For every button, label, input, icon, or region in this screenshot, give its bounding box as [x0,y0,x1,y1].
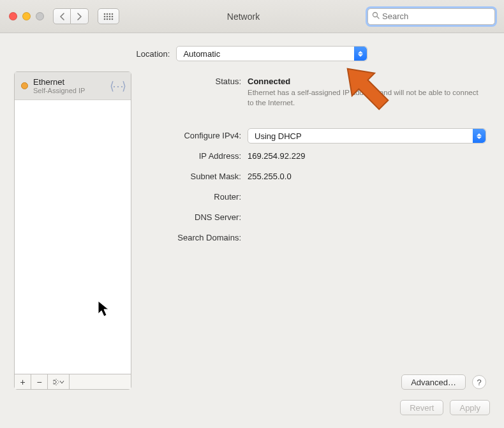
location-value: Automatic [183,49,220,59]
svg-point-13 [104,18,106,20]
router-label: Router: [145,189,241,202]
svg-line-18 [377,17,379,18]
status-dot-icon [21,82,28,89]
status-label: Status: [145,74,241,86]
location-select[interactable]: Automatic [176,46,367,61]
domains-value [248,230,486,233]
content: Location: Automatic Ethernet Self-Assign… [0,33,504,428]
svg-point-14 [107,18,108,20]
configure-row: Configure IPv4: Using DHCP [145,128,486,145]
ethernet-icon: ⟨⋯⟩ [110,79,124,93]
back-button[interactable] [53,8,71,24]
service-actions-button[interactable] [48,374,70,389]
traffic-lights [9,12,44,20]
configure-label: Configure IPv4: [145,128,241,140]
svg-point-16 [112,18,114,20]
svg-line-24 [57,383,58,384]
sidebar-toolbar-spacer [70,374,131,389]
dns-row: DNS Server: [145,210,486,226]
service-item-text: Ethernet Self-Assigned IP [33,77,105,94]
search-field[interactable] [367,8,495,25]
ip-row: IP Address: 169.254.92.229 [145,149,486,165]
search-input[interactable] [382,11,491,21]
add-service-button[interactable]: + [15,374,31,389]
status-row: Status: Connected Ethernet has a self-as… [145,74,486,108]
chevron-updown-icon [473,129,485,143]
configure-value: Using DHCP [255,131,302,141]
nav-buttons [53,8,89,24]
service-name: Ethernet [33,77,105,87]
chevron-updown-icon [354,47,367,61]
svg-line-25 [57,380,58,381]
ip-value: 169.254.92.229 [248,149,486,161]
status-value: Connected [248,77,290,86]
service-status: Self-Assigned IP [33,87,105,94]
forward-button[interactable] [71,8,89,24]
location-label: Location: [137,49,170,59]
svg-point-11 [109,15,111,17]
footer: Revert Apply [14,390,490,415]
help-button[interactable]: ? [472,375,486,389]
remove-service-button[interactable]: − [31,374,48,389]
main-row: Ethernet Self-Assigned IP ⟨⋯⟩ + − Status… [14,71,490,390]
svg-point-6 [107,13,108,15]
close-icon[interactable] [9,12,17,20]
status-value-block: Connected Ethernet has a self-assigned I… [248,74,486,108]
minimize-icon[interactable] [22,12,31,20]
location-row: Location: Automatic [14,46,490,61]
search-icon [372,11,380,21]
sidebar-toolbar: + − [15,374,131,389]
revert-button[interactable]: Revert [400,400,443,415]
svg-point-7 [109,13,111,15]
svg-point-17 [373,13,378,17]
advanced-button[interactable]: Advanced… [401,374,466,390]
detail-panel: Status: Connected Ethernet has a self-as… [142,71,490,390]
dns-label: DNS Server: [145,210,241,222]
ip-label: IP Address: [145,149,241,161]
svg-line-26 [54,383,55,384]
mask-label: Subnet Mask: [145,169,241,181]
svg-point-8 [112,13,114,15]
svg-point-10 [107,15,108,17]
service-item-ethernet[interactable]: Ethernet Self-Assigned IP ⟨⋯⟩ [15,72,131,100]
svg-point-9 [104,15,106,17]
domains-row: Search Domains: [145,230,486,247]
domains-label: Search Domains: [145,230,241,242]
router-value [248,189,486,192]
dns-value [248,210,486,212]
mask-row: Subnet Mask: 255.255.0.0 [145,169,486,186]
service-list[interactable]: Ethernet Self-Assigned IP ⟨⋯⟩ [15,72,131,374]
advanced-row: Advanced… ? [145,355,486,390]
svg-point-5 [104,13,106,15]
apply-button[interactable]: Apply [450,400,490,415]
configure-ipv4-select[interactable]: Using DHCP [248,128,486,144]
service-sidebar: Ethernet Self-Assigned IP ⟨⋯⟩ + − [14,71,131,390]
mask-value: 255.255.0.0 [248,169,486,181]
titlebar: Network [0,0,504,33]
svg-point-15 [109,18,111,20]
show-all-button[interactable] [98,8,119,24]
window-title: Network [128,11,359,22]
status-description: Ethernet has a self-assigned IP address … [248,88,486,108]
svg-point-12 [112,15,114,17]
svg-line-23 [54,380,55,381]
router-row: Router: [145,189,486,206]
maximize-icon [36,12,44,20]
